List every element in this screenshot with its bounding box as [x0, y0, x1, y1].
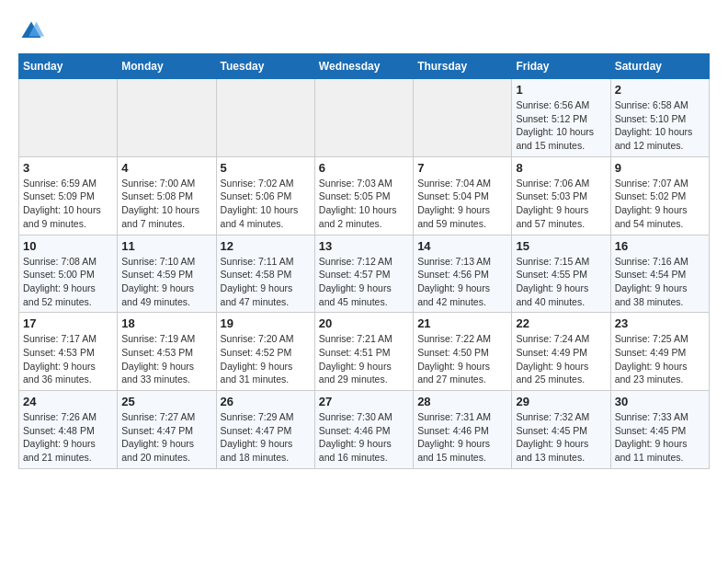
day-info: Sunrise: 7:15 AMSunset: 4:55 PMDaylight:…: [516, 255, 606, 309]
day-info: Sunrise: 6:58 AMSunset: 5:10 PMDaylight:…: [615, 98, 705, 153]
day-info: Sunrise: 7:11 AMSunset: 4:58 PMDaylight:…: [221, 255, 311, 309]
calendar-cell: 24Sunrise: 7:26 AMSunset: 4:48 PMDayligh…: [19, 391, 118, 469]
day-info: Sunrise: 7:08 AMSunset: 5:00 PMDaylight:…: [23, 255, 113, 309]
day-number: 24: [23, 395, 113, 408]
calendar-cell: 10Sunrise: 7:08 AMSunset: 5:00 PMDayligh…: [19, 235, 118, 313]
calendar-cell: 20Sunrise: 7:21 AMSunset: 4:51 PMDayligh…: [314, 313, 413, 391]
calendar-cell: [414, 79, 512, 157]
day-number: 7: [417, 161, 507, 175]
calendar-cell: 16Sunrise: 7:16 AMSunset: 4:54 PMDayligh…: [610, 235, 709, 313]
day-number: 16: [615, 239, 705, 253]
calendar-cell: 25Sunrise: 7:27 AMSunset: 4:47 PMDayligh…: [118, 391, 216, 469]
day-info: Sunrise: 7:12 AMSunset: 4:57 PMDaylight:…: [319, 255, 409, 309]
calendar-week-row: 10Sunrise: 7:08 AMSunset: 5:00 PMDayligh…: [19, 235, 710, 313]
calendar-cell: 28Sunrise: 7:31 AMSunset: 4:46 PMDayligh…: [414, 391, 512, 469]
day-info: Sunrise: 7:00 AMSunset: 5:08 PMDaylight:…: [121, 177, 211, 231]
day-number: 26: [221, 395, 311, 408]
calendar-cell: [19, 79, 118, 157]
day-info: Sunrise: 7:04 AMSunset: 5:04 PMDaylight:…: [417, 177, 507, 231]
day-info: Sunrise: 7:21 AMSunset: 4:51 PMDaylight:…: [319, 332, 409, 386]
day-number: 11: [121, 239, 211, 253]
calendar-cell: [118, 79, 216, 157]
calendar-cell: 4Sunrise: 7:00 AMSunset: 5:08 PMDaylight…: [118, 156, 216, 235]
day-number: 27: [319, 395, 409, 408]
calendar: SundayMondayTuesdayWednesdayThursdayFrid…: [18, 53, 710, 469]
day-number: 12: [221, 239, 311, 253]
day-number: 19: [221, 316, 311, 330]
calendar-cell: 8Sunrise: 7:06 AMSunset: 5:03 PMDaylight…: [512, 156, 610, 235]
day-info: Sunrise: 7:03 AMSunset: 5:05 PMDaylight:…: [319, 177, 409, 231]
calendar-week-row: 3Sunrise: 6:59 AMSunset: 5:09 PMDaylight…: [19, 156, 710, 235]
day-number: 21: [417, 316, 507, 330]
calendar-cell: 5Sunrise: 7:02 AMSunset: 5:06 PMDaylight…: [216, 156, 314, 235]
calendar-cell: 19Sunrise: 7:20 AMSunset: 4:52 PMDayligh…: [216, 313, 314, 391]
day-info: Sunrise: 6:56 AMSunset: 5:12 PMDaylight:…: [516, 98, 606, 153]
calendar-week-row: 1Sunrise: 6:56 AMSunset: 5:12 PMDaylight…: [19, 79, 710, 157]
calendar-cell: 29Sunrise: 7:32 AMSunset: 4:45 PMDayligh…: [512, 391, 610, 469]
day-info: Sunrise: 7:07 AMSunset: 5:02 PMDaylight:…: [615, 177, 705, 231]
calendar-header-monday: Monday: [118, 54, 216, 79]
day-info: Sunrise: 7:25 AMSunset: 4:49 PMDaylight:…: [615, 332, 705, 386]
day-number: 13: [319, 239, 409, 253]
calendar-cell: 9Sunrise: 7:07 AMSunset: 5:02 PMDaylight…: [610, 156, 709, 235]
day-info: Sunrise: 7:17 AMSunset: 4:53 PMDaylight:…: [23, 332, 113, 386]
calendar-cell: 13Sunrise: 7:12 AMSunset: 4:57 PMDayligh…: [314, 235, 413, 313]
day-info: Sunrise: 7:30 AMSunset: 4:46 PMDaylight:…: [319, 410, 409, 465]
day-info: Sunrise: 7:02 AMSunset: 5:06 PMDaylight:…: [221, 177, 311, 231]
calendar-week-row: 17Sunrise: 7:17 AMSunset: 4:53 PMDayligh…: [19, 313, 710, 391]
calendar-week-row: 24Sunrise: 7:26 AMSunset: 4:48 PMDayligh…: [19, 391, 710, 469]
calendar-cell: 17Sunrise: 7:17 AMSunset: 4:53 PMDayligh…: [19, 313, 118, 391]
day-info: Sunrise: 7:32 AMSunset: 4:45 PMDaylight:…: [516, 410, 606, 465]
day-number: 29: [516, 395, 606, 408]
calendar-cell: 30Sunrise: 7:33 AMSunset: 4:45 PMDayligh…: [610, 391, 709, 469]
day-number: 28: [417, 395, 507, 408]
day-info: Sunrise: 7:06 AMSunset: 5:03 PMDaylight:…: [516, 177, 606, 231]
calendar-cell: 7Sunrise: 7:04 AMSunset: 5:04 PMDaylight…: [414, 156, 512, 235]
calendar-cell: 21Sunrise: 7:22 AMSunset: 4:50 PMDayligh…: [414, 313, 512, 391]
day-info: Sunrise: 7:27 AMSunset: 4:47 PMDaylight:…: [121, 410, 211, 465]
day-number: 17: [23, 316, 113, 330]
day-info: Sunrise: 7:26 AMSunset: 4:48 PMDaylight:…: [23, 410, 113, 465]
calendar-cell: 3Sunrise: 6:59 AMSunset: 5:09 PMDaylight…: [19, 156, 118, 235]
calendar-cell: [314, 79, 413, 157]
logo: [18, 18, 48, 44]
day-number: 2: [615, 83, 705, 97]
day-info: Sunrise: 7:29 AMSunset: 4:47 PMDaylight:…: [221, 410, 311, 465]
day-info: Sunrise: 7:24 AMSunset: 4:49 PMDaylight:…: [516, 332, 606, 386]
calendar-cell: 2Sunrise: 6:58 AMSunset: 5:10 PMDaylight…: [610, 79, 709, 157]
day-number: 8: [516, 161, 606, 175]
day-number: 3: [23, 161, 113, 175]
calendar-cell: 6Sunrise: 7:03 AMSunset: 5:05 PMDaylight…: [314, 156, 413, 235]
day-info: Sunrise: 7:22 AMSunset: 4:50 PMDaylight:…: [417, 332, 507, 386]
calendar-cell: 18Sunrise: 7:19 AMSunset: 4:53 PMDayligh…: [118, 313, 216, 391]
day-number: 5: [221, 161, 311, 175]
day-number: 18: [121, 316, 211, 330]
calendar-cell: 26Sunrise: 7:29 AMSunset: 4:47 PMDayligh…: [216, 391, 314, 469]
day-info: Sunrise: 7:33 AMSunset: 4:45 PMDaylight:…: [615, 410, 705, 465]
day-info: Sunrise: 7:19 AMSunset: 4:53 PMDaylight:…: [121, 332, 211, 386]
calendar-header-wednesday: Wednesday: [314, 54, 413, 79]
day-info: Sunrise: 7:13 AMSunset: 4:56 PMDaylight:…: [417, 255, 507, 309]
day-number: 10: [23, 239, 113, 253]
day-number: 1: [516, 83, 606, 97]
calendar-cell: [216, 79, 314, 157]
calendar-header-thursday: Thursday: [414, 54, 512, 79]
logo-icon: [18, 18, 44, 44]
calendar-cell: 12Sunrise: 7:11 AMSunset: 4:58 PMDayligh…: [216, 235, 314, 313]
day-number: 25: [121, 395, 211, 408]
calendar-cell: 27Sunrise: 7:30 AMSunset: 4:46 PMDayligh…: [314, 391, 413, 469]
day-number: 22: [516, 316, 606, 330]
calendar-cell: 22Sunrise: 7:24 AMSunset: 4:49 PMDayligh…: [512, 313, 610, 391]
day-number: 6: [319, 161, 409, 175]
day-number: 14: [417, 239, 507, 253]
day-info: Sunrise: 7:20 AMSunset: 4:52 PMDaylight:…: [221, 332, 311, 386]
day-info: Sunrise: 7:31 AMSunset: 4:46 PMDaylight:…: [417, 410, 507, 465]
day-info: Sunrise: 7:10 AMSunset: 4:59 PMDaylight:…: [121, 255, 211, 309]
calendar-cell: 14Sunrise: 7:13 AMSunset: 4:56 PMDayligh…: [414, 235, 512, 313]
calendar-cell: 1Sunrise: 6:56 AMSunset: 5:12 PMDaylight…: [512, 79, 610, 157]
calendar-header-friday: Friday: [512, 54, 610, 79]
day-info: Sunrise: 6:59 AMSunset: 5:09 PMDaylight:…: [23, 177, 113, 231]
day-number: 15: [516, 239, 606, 253]
calendar-cell: 11Sunrise: 7:10 AMSunset: 4:59 PMDayligh…: [118, 235, 216, 313]
calendar-cell: 15Sunrise: 7:15 AMSunset: 4:55 PMDayligh…: [512, 235, 610, 313]
